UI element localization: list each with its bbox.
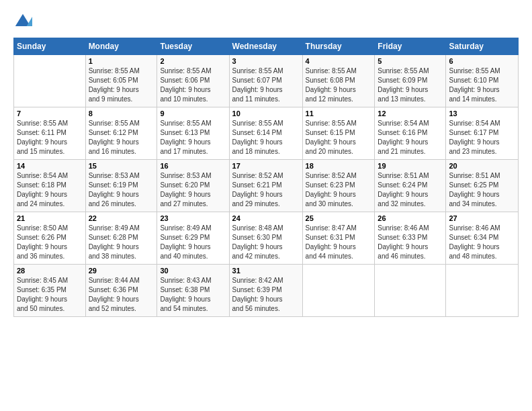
day-info: Sunrise: 8:55 AM Sunset: 6:11 PM Dayligh…	[17, 119, 83, 156]
day-info: Sunrise: 8:46 AM Sunset: 6:34 PM Dayligh…	[449, 224, 515, 261]
day-info: Sunrise: 8:49 AM Sunset: 6:28 PM Dayligh…	[89, 224, 154, 261]
day-info: Sunrise: 8:53 AM Sunset: 6:20 PM Dayligh…	[160, 171, 226, 209]
calendar-cell: 31Sunrise: 8:42 AM Sunset: 6:39 PM Dayli…	[229, 265, 302, 317]
calendar-cell	[14, 55, 86, 107]
calendar-cell: 28Sunrise: 8:45 AM Sunset: 6:35 PM Dayli…	[14, 265, 86, 317]
calendar-cell: 22Sunrise: 8:49 AM Sunset: 6:28 PM Dayli…	[85, 212, 157, 265]
calendar-cell: 27Sunrise: 8:46 AM Sunset: 6:34 PM Dayli…	[446, 212, 519, 265]
day-number: 8	[89, 109, 154, 118]
calendar-cell: 15Sunrise: 8:53 AM Sunset: 6:19 PM Dayli…	[85, 160, 157, 212]
day-number: 19	[378, 162, 443, 170]
weekday-header-sunday: Sunday	[14, 38, 86, 55]
day-number: 6	[449, 57, 515, 65]
calendar-cell: 10Sunrise: 8:55 AM Sunset: 6:14 PM Dayli…	[229, 107, 302, 160]
calendar-cell	[446, 265, 519, 317]
day-number: 27	[449, 214, 515, 222]
day-number: 22	[89, 214, 154, 222]
day-number: 24	[232, 214, 300, 222]
calendar-cell: 9Sunrise: 8:55 AM Sunset: 6:13 PM Daylig…	[157, 107, 229, 160]
day-info: Sunrise: 8:44 AM Sunset: 6:36 PM Dayligh…	[89, 276, 154, 314]
calendar-cell: 26Sunrise: 8:46 AM Sunset: 6:33 PM Dayli…	[375, 212, 446, 265]
day-info: Sunrise: 8:55 AM Sunset: 6:07 PM Dayligh…	[232, 66, 300, 104]
day-info: Sunrise: 8:54 AM Sunset: 6:18 PM Dayligh…	[17, 171, 83, 209]
day-info: Sunrise: 8:54 AM Sunset: 6:16 PM Dayligh…	[378, 119, 443, 156]
day-info: Sunrise: 8:53 AM Sunset: 6:19 PM Dayligh…	[89, 171, 154, 209]
weekday-header-tuesday: Tuesday	[157, 38, 229, 55]
calendar-cell: 4Sunrise: 8:55 AM Sunset: 6:08 PM Daylig…	[302, 55, 375, 107]
day-number: 14	[17, 162, 83, 170]
day-number: 28	[17, 267, 83, 275]
day-info: Sunrise: 8:55 AM Sunset: 6:10 PM Dayligh…	[449, 66, 515, 104]
calendar-week-2: 7Sunrise: 8:55 AM Sunset: 6:11 PM Daylig…	[14, 107, 519, 160]
day-info: Sunrise: 8:48 AM Sunset: 6:30 PM Dayligh…	[232, 224, 300, 261]
calendar-cell: 20Sunrise: 8:51 AM Sunset: 6:25 PM Dayli…	[446, 160, 519, 212]
weekday-header-row: SundayMondayTuesdayWednesdayThursdayFrid…	[14, 38, 519, 55]
day-info: Sunrise: 8:55 AM Sunset: 6:15 PM Dayligh…	[306, 119, 372, 156]
day-info: Sunrise: 8:51 AM Sunset: 6:25 PM Dayligh…	[449, 171, 515, 209]
logo	[13, 12, 35, 31]
day-info: Sunrise: 8:45 AM Sunset: 6:35 PM Dayligh…	[17, 276, 83, 314]
calendar-cell: 12Sunrise: 8:54 AM Sunset: 6:16 PM Dayli…	[375, 107, 446, 160]
calendar-week-5: 28Sunrise: 8:45 AM Sunset: 6:35 PM Dayli…	[14, 265, 519, 317]
day-info: Sunrise: 8:55 AM Sunset: 6:05 PM Dayligh…	[89, 66, 154, 104]
day-number: 15	[89, 162, 154, 170]
calendar-cell: 7Sunrise: 8:55 AM Sunset: 6:11 PM Daylig…	[14, 107, 86, 160]
day-number: 10	[232, 109, 300, 118]
day-info: Sunrise: 8:49 AM Sunset: 6:29 PM Dayligh…	[160, 224, 226, 261]
day-number: 1	[89, 57, 154, 65]
calendar-cell: 13Sunrise: 8:54 AM Sunset: 6:17 PM Dayli…	[446, 107, 519, 160]
calendar-cell: 30Sunrise: 8:43 AM Sunset: 6:38 PM Dayli…	[157, 265, 229, 317]
calendar-table: SundayMondayTuesdayWednesdayThursdayFrid…	[13, 38, 519, 317]
header	[13, 12, 519, 31]
calendar-cell: 16Sunrise: 8:53 AM Sunset: 6:20 PM Dayli…	[157, 160, 229, 212]
day-number: 17	[232, 162, 300, 170]
day-info: Sunrise: 8:55 AM Sunset: 6:12 PM Dayligh…	[89, 119, 154, 156]
calendar-cell: 6Sunrise: 8:55 AM Sunset: 6:10 PM Daylig…	[446, 55, 519, 107]
calendar-week-3: 14Sunrise: 8:54 AM Sunset: 6:18 PM Dayli…	[14, 160, 519, 212]
day-number: 25	[306, 214, 372, 222]
calendar-cell	[302, 265, 375, 317]
logo-icon	[13, 12, 32, 31]
weekday-header-wednesday: Wednesday	[229, 38, 302, 55]
calendar-cell	[375, 265, 446, 317]
calendar-cell: 21Sunrise: 8:50 AM Sunset: 6:26 PM Dayli…	[14, 212, 86, 265]
day-info: Sunrise: 8:55 AM Sunset: 6:14 PM Dayligh…	[232, 119, 300, 156]
day-number: 20	[449, 162, 515, 170]
weekday-header-thursday: Thursday	[302, 38, 375, 55]
calendar-cell: 2Sunrise: 8:55 AM Sunset: 6:06 PM Daylig…	[157, 55, 229, 107]
day-info: Sunrise: 8:55 AM Sunset: 6:06 PM Dayligh…	[160, 66, 226, 104]
calendar-cell: 24Sunrise: 8:48 AM Sunset: 6:30 PM Dayli…	[229, 212, 302, 265]
day-info: Sunrise: 8:55 AM Sunset: 6:09 PM Dayligh…	[378, 66, 443, 104]
day-info: Sunrise: 8:52 AM Sunset: 6:23 PM Dayligh…	[306, 171, 372, 209]
day-info: Sunrise: 8:51 AM Sunset: 6:24 PM Dayligh…	[378, 171, 443, 209]
day-number: 4	[306, 57, 372, 65]
day-number: 16	[160, 162, 226, 170]
weekday-header-friday: Friday	[375, 38, 446, 55]
day-info: Sunrise: 8:47 AM Sunset: 6:31 PM Dayligh…	[306, 224, 372, 261]
day-number: 21	[17, 214, 83, 222]
calendar-cell: 5Sunrise: 8:55 AM Sunset: 6:09 PM Daylig…	[375, 55, 446, 107]
day-number: 5	[378, 57, 443, 65]
calendar-cell: 1Sunrise: 8:55 AM Sunset: 6:05 PM Daylig…	[85, 55, 157, 107]
day-number: 18	[306, 162, 372, 170]
day-info: Sunrise: 8:43 AM Sunset: 6:38 PM Dayligh…	[160, 276, 226, 314]
day-number: 13	[449, 109, 515, 118]
day-number: 31	[232, 267, 300, 275]
day-info: Sunrise: 8:52 AM Sunset: 6:21 PM Dayligh…	[232, 171, 300, 209]
calendar-cell: 8Sunrise: 8:55 AM Sunset: 6:12 PM Daylig…	[85, 107, 157, 160]
day-number: 30	[160, 267, 226, 275]
day-info: Sunrise: 8:46 AM Sunset: 6:33 PM Dayligh…	[378, 224, 443, 261]
day-number: 9	[160, 109, 226, 118]
calendar-cell: 11Sunrise: 8:55 AM Sunset: 6:15 PM Dayli…	[302, 107, 375, 160]
day-info: Sunrise: 8:50 AM Sunset: 6:26 PM Dayligh…	[17, 224, 83, 261]
weekday-header-saturday: Saturday	[446, 38, 519, 55]
day-number: 12	[378, 109, 443, 118]
day-number: 7	[17, 109, 83, 118]
calendar-cell: 14Sunrise: 8:54 AM Sunset: 6:18 PM Dayli…	[14, 160, 86, 212]
day-info: Sunrise: 8:54 AM Sunset: 6:17 PM Dayligh…	[449, 119, 515, 156]
day-info: Sunrise: 8:42 AM Sunset: 6:39 PM Dayligh…	[232, 276, 300, 314]
calendar-cell: 18Sunrise: 8:52 AM Sunset: 6:23 PM Dayli…	[302, 160, 375, 212]
calendar-week-4: 21Sunrise: 8:50 AM Sunset: 6:26 PM Dayli…	[14, 212, 519, 265]
day-number: 2	[160, 57, 226, 65]
calendar-cell: 19Sunrise: 8:51 AM Sunset: 6:24 PM Dayli…	[375, 160, 446, 212]
